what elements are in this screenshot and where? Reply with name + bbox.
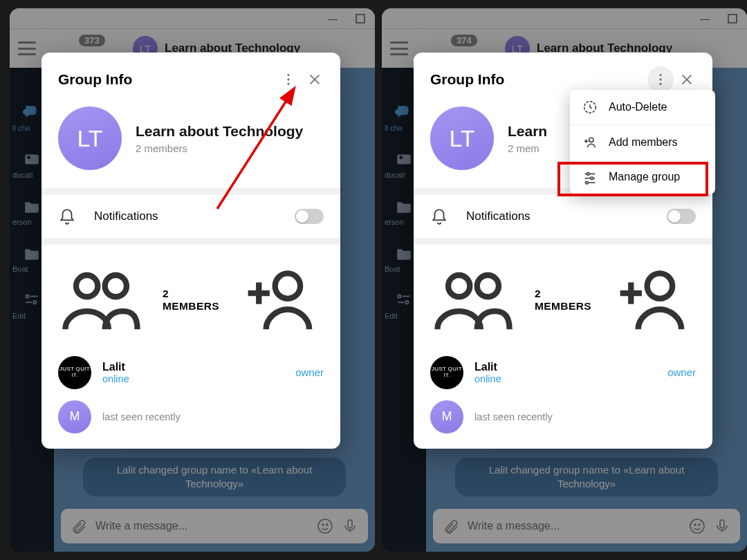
svg-point-44 xyxy=(591,177,593,180)
svg-point-17 xyxy=(105,275,127,297)
svg-point-18 xyxy=(275,273,300,298)
member-name: Lalit xyxy=(474,361,656,373)
member-status: last seen recently xyxy=(474,411,696,422)
member-avatar: JUST QUIT IT. xyxy=(58,356,91,389)
member-role: owner xyxy=(295,366,324,378)
member-row[interactable]: M last seen recently xyxy=(42,395,340,449)
notifications-label: Notifications xyxy=(94,209,277,223)
group-subtitle: 2 members xyxy=(136,142,303,154)
divider xyxy=(42,188,340,195)
svg-point-36 xyxy=(448,275,470,297)
svg-point-31 xyxy=(659,74,661,76)
bell-icon xyxy=(430,207,448,225)
group-info-modal: Group Info LT Learn about Technology 2 m… xyxy=(42,53,340,449)
svg-point-40 xyxy=(589,138,593,142)
divider xyxy=(414,238,712,245)
modal-title: Group Info xyxy=(58,71,275,88)
menu-auto-delete[interactable]: Auto-Delete xyxy=(570,90,715,124)
svg-point-13 xyxy=(287,83,289,85)
menu-add-members[interactable]: Add members xyxy=(570,125,715,160)
member-avatar: M xyxy=(430,400,463,433)
member-row[interactable]: JUST QUIT IT. Lalit online owner xyxy=(42,351,340,395)
bell-icon xyxy=(58,207,76,225)
member-role: owner xyxy=(667,366,696,378)
more-options-button[interactable] xyxy=(647,66,674,93)
member-avatar: JUST QUIT IT. xyxy=(430,356,463,389)
group-subtitle: 2 mem xyxy=(508,142,547,154)
svg-point-46 xyxy=(586,181,589,184)
svg-point-16 xyxy=(76,275,98,297)
timer-icon xyxy=(582,100,598,115)
group-name: Learn xyxy=(508,123,547,140)
add-member-icon[interactable] xyxy=(237,257,324,344)
svg-point-42 xyxy=(587,173,589,176)
close-button[interactable] xyxy=(302,66,328,93)
group-name: Learn about Technology xyxy=(136,123,303,140)
screenshot-left: — 373 LT Learn about Technology ll cha d… xyxy=(10,8,375,552)
context-menu: Auto-Delete Add members Manage group xyxy=(570,90,715,194)
members-icon xyxy=(430,257,517,344)
svg-point-12 xyxy=(287,78,289,80)
screenshot-right: — 374 LT Learn about Technology ll cha d… xyxy=(382,8,747,552)
notifications-toggle[interactable] xyxy=(295,209,324,224)
modal-title: Group Info xyxy=(430,71,647,88)
svg-point-32 xyxy=(659,78,661,80)
menu-manage-group[interactable]: Manage group xyxy=(570,160,715,194)
group-avatar: LT xyxy=(58,106,122,170)
add-member-icon[interactable] xyxy=(609,257,696,344)
member-avatar: M xyxy=(58,400,91,433)
add-person-icon xyxy=(582,135,598,150)
more-options-button[interactable] xyxy=(275,66,302,93)
notifications-label: Notifications xyxy=(466,209,649,223)
sliders-icon xyxy=(582,169,598,185)
member-status: online xyxy=(102,373,284,384)
group-avatar: LT xyxy=(430,106,494,170)
close-button[interactable] xyxy=(674,66,700,93)
member-name: Lalit xyxy=(102,361,284,373)
svg-point-33 xyxy=(659,83,661,85)
svg-point-37 xyxy=(477,275,499,297)
member-status: online xyxy=(474,373,656,384)
svg-point-38 xyxy=(647,273,672,298)
divider xyxy=(42,238,340,245)
member-status: last seen recently xyxy=(102,411,324,422)
notifications-row[interactable]: Notifications xyxy=(414,195,712,238)
member-row[interactable]: M last seen recently xyxy=(414,395,712,449)
members-count-label: 2 MEMBERS xyxy=(535,288,591,312)
svg-point-11 xyxy=(287,74,289,76)
members-count-label: 2 MEMBERS xyxy=(163,288,219,312)
member-row[interactable]: JUST QUIT IT. Lalit online owner xyxy=(414,351,712,395)
notifications-row[interactable]: Notifications xyxy=(42,195,340,238)
notifications-toggle[interactable] xyxy=(667,209,696,224)
members-icon xyxy=(58,257,145,344)
